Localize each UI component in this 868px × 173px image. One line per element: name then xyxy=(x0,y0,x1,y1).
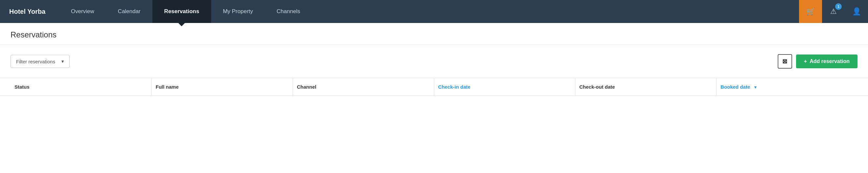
col-status: Status xyxy=(10,78,152,96)
user-menu-button[interactable]: 👤 xyxy=(845,0,868,23)
excel-icon: ⊠ xyxy=(782,58,787,65)
toolbar: Filter reservations ▾ ⊠ + Add reservatio… xyxy=(0,45,868,78)
cart-button[interactable]: 🛒 xyxy=(799,0,822,23)
filter-dropdown-label: Filter reservations xyxy=(16,59,55,64)
col-booked-date[interactable]: Booked date ▼ xyxy=(717,78,858,96)
cart-icon: 🛒 xyxy=(806,7,815,16)
toolbar-left: Filter reservations ▾ xyxy=(10,55,70,68)
table-header: Status Full name Channel Check-in date C… xyxy=(0,78,868,96)
col-channel: Channel xyxy=(293,78,434,96)
page-title: Reservations xyxy=(10,30,858,39)
chevron-down-icon: ▾ xyxy=(61,59,64,64)
notifications-badge: 1 xyxy=(835,3,842,10)
nav-item-my-property[interactable]: My Property xyxy=(211,0,265,23)
export-excel-button[interactable]: ⊠ xyxy=(778,54,792,69)
col-checkout-date: Check-out date xyxy=(576,78,717,96)
toolbar-right: ⊠ + Add reservation xyxy=(778,54,858,69)
add-reservation-button[interactable]: + Add reservation xyxy=(796,55,858,68)
nav-item-overview[interactable]: Overview xyxy=(59,0,106,23)
user-icon: 👤 xyxy=(852,7,861,16)
page-header: Reservations xyxy=(0,23,868,45)
nav-item-reservations[interactable]: Reservations xyxy=(152,0,211,23)
add-reservation-label: Add reservation xyxy=(810,59,849,64)
sort-arrow-icon: ▼ xyxy=(753,85,757,90)
col-checkin-date[interactable]: Check-in date xyxy=(434,78,576,96)
col-full-name: Full name xyxy=(152,78,293,96)
notifications-button[interactable]: ⚠ 1 xyxy=(822,0,845,23)
plus-icon: + xyxy=(804,59,807,64)
filter-reservations-dropdown[interactable]: Filter reservations ▾ xyxy=(10,55,70,68)
nav-item-calendar[interactable]: Calendar xyxy=(106,0,152,23)
page-content: Reservations Filter reservations ▾ ⊠ + A… xyxy=(0,23,868,173)
nav-item-channels[interactable]: Channels xyxy=(265,0,312,23)
navbar-right: 🛒 ⚠ 1 👤 xyxy=(799,0,868,23)
brand-name: Hotel Yorba xyxy=(9,8,45,15)
brand-logo[interactable]: Hotel Yorba xyxy=(0,0,59,23)
navbar: Hotel Yorba Overview Calendar Reservatio… xyxy=(0,0,868,23)
nav-menu: Overview Calendar Reservations My Proper… xyxy=(59,0,799,23)
